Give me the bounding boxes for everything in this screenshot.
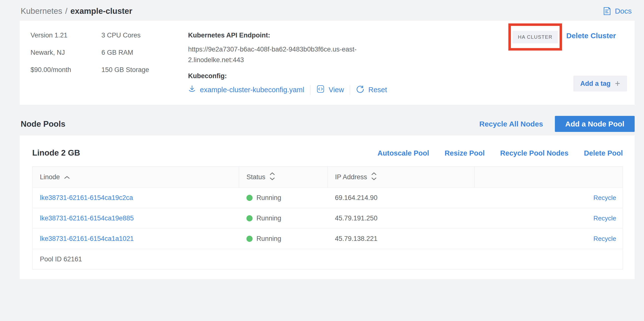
pool-actions: Autoscale Pool Resize Pool Recycle Pool … bbox=[378, 149, 623, 157]
column-header-linode[interactable]: Linode bbox=[32, 167, 239, 188]
cluster-region: Newark, NJ bbox=[30, 49, 102, 56]
status-header-label: Status bbox=[246, 173, 266, 181]
ip-header-label: IP Address bbox=[335, 173, 367, 181]
add-tag-label: Add a tag bbox=[580, 80, 610, 88]
sort-ascending-icon bbox=[64, 173, 70, 181]
pool-header: Linode 2 GB Autoscale Pool Resize Pool R… bbox=[32, 148, 623, 157]
reset-icon bbox=[356, 85, 364, 95]
plus-icon: + bbox=[615, 79, 620, 88]
add-node-pool-button[interactable]: Add a Node Pool bbox=[555, 116, 635, 132]
node-row: lke38731-62161-6154ca19c2ca Running 69.1… bbox=[32, 188, 623, 208]
view-label: View bbox=[329, 86, 344, 94]
node-row: lke38731-62161-6154ca1a1021 Running 45.7… bbox=[32, 229, 623, 249]
divider bbox=[310, 85, 310, 95]
api-endpoint-label: Kubernetes API Endpoint: bbox=[188, 32, 400, 39]
autoscale-pool-link[interactable]: Autoscale Pool bbox=[378, 149, 429, 157]
linode-header-label: Linode bbox=[40, 173, 60, 181]
delete-cluster-link[interactable]: Delete Cluster bbox=[566, 32, 616, 40]
cluster-cpu: 3 CPU Cores bbox=[102, 32, 188, 39]
column-header-actions bbox=[475, 167, 623, 188]
status-label: Running bbox=[256, 194, 282, 202]
status-label: Running bbox=[256, 215, 282, 222]
breadcrumb-separator: / bbox=[65, 7, 68, 16]
cluster-summary-card: Version 1.21 Newark, NJ $90.00/month 3 C… bbox=[20, 21, 635, 105]
resize-pool-link[interactable]: Resize Pool bbox=[444, 149, 485, 157]
kubeconfig-view-link[interactable]: View bbox=[316, 85, 344, 95]
kubeconfig-label: Kubeconfig: bbox=[188, 72, 400, 80]
node-ip: 45.79.138.221 bbox=[328, 229, 474, 249]
recycle-all-nodes-link[interactable]: Recycle All Nodes bbox=[479, 120, 543, 128]
cluster-storage: 150 GB Storage bbox=[102, 66, 188, 74]
code-icon bbox=[316, 85, 325, 95]
nodes-table: Linode Status bbox=[32, 167, 623, 269]
page-title-cluster-name: example-cluster bbox=[70, 7, 132, 16]
breadcrumb: Kubernetes / example-cluster bbox=[21, 7, 132, 16]
kubeconfig-row: example-cluster-kubeconfig.yaml View bbox=[188, 85, 400, 95]
recycle-pool-nodes-link[interactable]: Recycle Pool Nodes bbox=[500, 149, 568, 157]
pool-id-row: Pool ID 62161 bbox=[32, 249, 623, 269]
node-link[interactable]: lke38731-62161-6154ca19c2ca bbox=[40, 194, 133, 201]
cluster-price: $90.00/month bbox=[30, 66, 102, 74]
docs-link[interactable]: Docs bbox=[603, 7, 632, 16]
cluster-ram: 6 GB RAM bbox=[102, 49, 188, 56]
node-ip: 45.79.191.250 bbox=[328, 208, 474, 229]
delete-pool-link[interactable]: Delete Pool bbox=[584, 149, 623, 157]
recycle-node-link[interactable]: Recycle bbox=[594, 194, 616, 201]
cluster-version: Version 1.21 bbox=[30, 32, 102, 39]
breadcrumb-kubernetes-link[interactable]: Kubernetes bbox=[21, 7, 62, 16]
column-header-ip-address[interactable]: IP Address bbox=[328, 167, 474, 188]
node-pools-actions: Recycle All Nodes Add a Node Pool bbox=[479, 116, 635, 132]
kubeconfig-download-link[interactable]: example-cluster-kubeconfig.yaml bbox=[188, 85, 304, 95]
pool-id-label: Pool ID 62161 bbox=[32, 249, 623, 269]
cluster-spec-column-2: 3 CPU Cores 6 GB RAM 150 GB Storage bbox=[102, 32, 188, 95]
pool-name: Linode 2 GB bbox=[32, 148, 80, 157]
status-running-dot bbox=[246, 195, 252, 201]
recycle-node-link[interactable]: Recycle bbox=[594, 235, 616, 242]
docs-icon bbox=[603, 7, 612, 16]
reset-label: Reset bbox=[368, 86, 387, 94]
sort-both-icon bbox=[371, 172, 377, 183]
annotation-highlight-box: HA CLUSTER bbox=[508, 24, 562, 51]
add-tag-button[interactable]: Add a tag + bbox=[573, 76, 627, 91]
download-icon bbox=[188, 85, 196, 95]
docs-label: Docs bbox=[615, 7, 632, 15]
column-header-status[interactable]: Status bbox=[239, 167, 328, 188]
divider bbox=[350, 85, 350, 95]
node-pools-heading: Node Pools bbox=[21, 119, 66, 129]
node-pool-card: Linode 2 GB Autoscale Pool Resize Pool R… bbox=[20, 135, 635, 279]
top-bar: Kubernetes / example-cluster Docs bbox=[0, 0, 644, 21]
recycle-node-link[interactable]: Recycle bbox=[594, 215, 616, 222]
status-running-dot bbox=[246, 215, 252, 221]
node-pools-section-header: Node Pools Recycle All Nodes Add a Node … bbox=[20, 116, 635, 132]
sort-both-icon bbox=[269, 172, 275, 183]
ha-cluster-badge: HA CLUSTER bbox=[512, 31, 558, 43]
node-row: lke38731-62161-6154ca19e885 Running 45.7… bbox=[32, 208, 623, 229]
node-link[interactable]: lke38731-62161-6154ca1a1021 bbox=[40, 235, 134, 242]
table-header-row: Linode Status bbox=[32, 167, 623, 188]
node-link[interactable]: lke38731-62161-6154ca19e885 bbox=[40, 215, 134, 222]
status-label: Running bbox=[256, 235, 282, 243]
api-endpoint-url: https://9e2a7307-b6ac-408f-ba62-9483b0b3… bbox=[188, 44, 372, 65]
node-ip: 69.164.214.90 bbox=[328, 188, 474, 208]
endpoint-column: Kubernetes API Endpoint: https://9e2a730… bbox=[188, 32, 400, 95]
kubeconfig-filename: example-cluster-kubeconfig.yaml bbox=[200, 86, 304, 94]
cluster-spec-column-1: Version 1.21 Newark, NJ $90.00/month bbox=[30, 32, 102, 95]
kubeconfig-reset-link[interactable]: Reset bbox=[356, 85, 387, 95]
status-running-dot bbox=[246, 236, 252, 242]
